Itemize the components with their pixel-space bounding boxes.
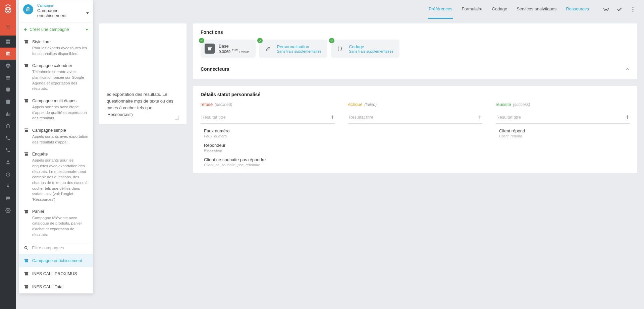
campaign-round-icon [23,4,33,14]
add-result-echoue[interactable]: + [348,112,482,124]
rail-database-2[interactable] [0,96,16,108]
campaign-type-enquete[interactable]: Enquête Appels sortants pour les enquête… [19,148,93,205]
result-title-input[interactable] [201,115,330,120]
svg-rect-7 [6,42,8,44]
status-columns: refusé (declined) + Faux numéro Faux_num… [201,102,630,167]
campaign-item-ines-proximus[interactable]: INES CALL PROXIMUS [19,267,93,280]
plus-icon[interactable]: + [478,114,482,121]
rail-phone-out[interactable] [0,144,16,156]
archive-icon [24,271,29,276]
status-col-echoue: échoué (failed) + [348,102,482,167]
svg-point-3 [7,11,9,12]
resize-handle-icon[interactable] [175,115,179,120]
rail-dashboard[interactable] [0,36,16,48]
campaign-type-panier[interactable]: Panier Campagne télévente avec catalogue… [19,206,93,241]
result-title-input[interactable] [349,115,478,120]
svg-point-18 [633,11,634,12]
add-result-reussite[interactable]: + [496,112,630,124]
main-content: ec exportation des résultats. Le questio… [16,19,644,309]
svg-point-1 [6,9,7,10]
status-title-refuse: refusé (declined) [201,102,335,107]
campaign-type-multi-etapes[interactable]: Campagne multi étapes Appels sortants av… [19,95,93,124]
rail-user[interactable] [0,156,16,168]
svg-point-16 [633,7,634,8]
archive-icon [24,98,29,103]
check-badge-icon [329,38,334,43]
check-badge-icon [199,38,204,43]
result-item[interactable]: Client répond Client_répond [496,124,630,138]
description-textarea[interactable]: ec exportation des résultats. Le questio… [107,91,179,118]
tab-codage[interactable]: Codage [491,0,508,19]
plus-icon: + [24,26,27,33]
svg-rect-6 [8,40,10,41]
tab-preferences[interactable]: Préférences [428,0,453,19]
rail-campaigns[interactable] [0,48,16,60]
status-col-refuse: refusé (declined) + Faux numéro Faux_num… [201,102,335,167]
check-icon[interactable] [616,6,623,12]
search-icon [24,246,29,250]
top-tabs: Préférences Formulaire Codage Services a… [428,0,590,19]
glasses-icon[interactable] [603,6,609,12]
rail-phone[interactable] [0,132,16,144]
tab-formulaire[interactable]: Formulaire [461,0,483,19]
svg-point-13 [7,210,9,211]
tab-services-analytiques[interactable]: Services analytiques [516,0,557,19]
plus-icon[interactable]: + [330,114,334,121]
rail-timer[interactable] [0,168,16,180]
pill-personnalisation[interactable]: Personnalisation Sans frais supplémentai… [259,40,328,58]
kebab-menu-icon[interactable] [630,6,636,12]
campaign-type-simple[interactable]: Campagne simple Appels sortants avec exp… [19,124,93,148]
rail-layers[interactable] [0,60,16,72]
rail-books[interactable] [0,72,16,84]
rail-dollar[interactable] [0,180,16,192]
archive-icon [24,63,29,68]
campaign-breadcrumb[interactable]: Campagne Campagne enrichissement [19,0,93,22]
campaign-item-enrichissement[interactable]: Campagne enrichissement [19,254,93,267]
details-title: Détails statut personnalisé [201,92,630,97]
top-header: Préférences Formulaire Codage Services a… [16,0,644,19]
pill-codage[interactable]: Codage Sans frais supplémentaires [331,40,399,58]
result-title-input[interactable] [496,115,626,120]
plus-icon[interactable]: + [626,114,629,121]
result-item[interactable]: Faux numéro Faux_numéro [201,124,335,138]
campaign-search[interactable] [19,242,93,254]
campaign-search-input[interactable] [32,246,88,250]
pill-base[interactable]: Base 0.0069 EUR / minute [201,40,256,58]
campaign-item-ines-total[interactable]: INES CALL Total [19,280,93,293]
rail-headset[interactable] [0,120,16,132]
tab-ressources[interactable]: Ressources [565,0,590,19]
archive-icon [205,44,215,54]
breadcrumb-category: Campagne [37,4,89,7]
rail-settings[interactable] [0,204,16,217]
rail-stats[interactable] [0,108,16,120]
archive-icon [24,284,29,289]
svg-point-17 [633,9,634,10]
archive-icon [24,209,29,214]
create-campaign-button[interactable]: + Créer une campagne [19,22,93,36]
fonctions-title: Fonctions [201,29,630,35]
campaign-type-style-libre[interactable]: Style libre Pour les experts avec toutes… [19,36,93,60]
archive-icon [24,39,29,44]
svg-point-14 [604,9,606,11]
app-logo[interactable] [0,0,16,19]
result-item[interactable]: Client ne souhaite pas répondre Client_n… [201,152,335,167]
status-title-echoue: échoué (failed) [348,102,482,107]
rail-chat[interactable] [0,192,16,204]
left-rail [0,0,16,309]
result-item[interactable]: Répondeur Répondeur [201,138,335,152]
status-col-reussite: réussite (success) + Client répond Clien… [496,102,630,167]
caret-down-icon [86,12,89,14]
create-campaign-label: Créer une campagne [30,27,69,32]
svg-rect-5 [6,40,8,41]
svg-point-19 [24,247,27,249]
svg-point-2 [9,9,10,10]
fonctions-row: Base 0.0069 EUR / minute [201,40,630,58]
rail-database[interactable] [0,84,16,96]
connecteurs-accordion[interactable]: Connecteurs [201,66,630,73]
add-result-refuse[interactable]: + [201,112,335,124]
rail-badge[interactable] [0,19,16,36]
svg-point-4 [7,26,9,28]
archive-icon [24,151,29,157]
svg-point-11 [7,161,9,162]
campaign-type-calendrier[interactable]: Campagne calendrier Téléphonie sortante … [19,60,93,95]
